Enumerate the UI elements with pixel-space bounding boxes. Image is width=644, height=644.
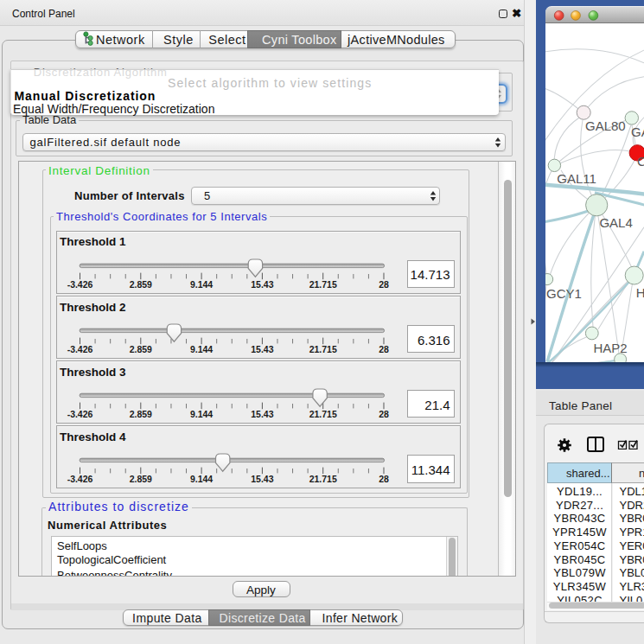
svg-text:15.43: 15.43	[251, 280, 273, 290]
svg-text:GCY1: GCY1	[546, 286, 582, 301]
svg-text:HAP2: HAP2	[593, 340, 627, 354]
svg-text:21.715: 21.715	[309, 280, 336, 290]
svg-text:28: 28	[379, 280, 389, 290]
svg-text:9.144: 9.144	[189, 280, 212, 290]
svg-text:2.859: 2.859	[129, 280, 151, 290]
svg-text:15.43: 15.43	[251, 411, 273, 420]
svg-text:CD: CD	[637, 154, 644, 169]
svg-text:2.859: 2.859	[129, 345, 151, 354]
svg-text:15.43: 15.43	[251, 345, 273, 354]
svg-text:GA: GA	[631, 124, 644, 138]
svg-text:21.715: 21.715	[309, 475, 336, 485]
svg-text:28: 28	[379, 345, 389, 354]
svg-text:9.144: 9.144	[189, 411, 212, 420]
svg-text:GAL4: GAL4	[599, 215, 632, 230]
svg-text:-3.426: -3.426	[67, 345, 92, 354]
svg-text:9.144: 9.144	[189, 475, 212, 485]
svg-text:9.144: 9.144	[189, 345, 212, 354]
svg-text:-3.426: -3.426	[67, 280, 92, 290]
svg-text:-3.426: -3.426	[67, 411, 92, 420]
svg-text:28: 28	[379, 411, 389, 420]
svg-text:GAL11: GAL11	[557, 171, 596, 186]
svg-text:GAL80: GAL80	[585, 118, 626, 133]
svg-text:2.859: 2.859	[129, 475, 151, 485]
svg-text:21.715: 21.715	[309, 411, 336, 420]
svg-text:21.715: 21.715	[309, 345, 336, 354]
svg-text:2.859: 2.859	[129, 411, 151, 420]
svg-text:HIS4: HIS4	[636, 285, 644, 300]
svg-text:-3.426: -3.426	[67, 475, 92, 485]
svg-text:15.43: 15.43	[251, 475, 273, 485]
svg-text:28: 28	[379, 475, 389, 485]
